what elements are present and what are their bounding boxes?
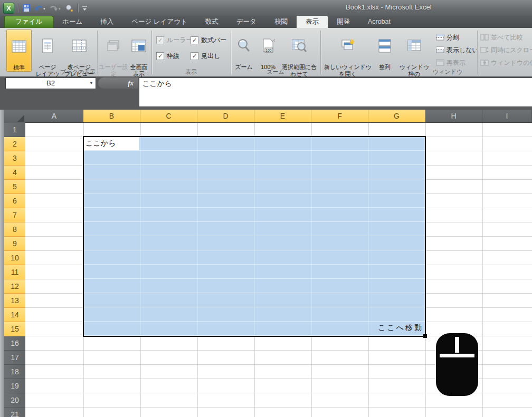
tab-formulas[interactable]: 数式: [196, 16, 227, 28]
zoom-100-button[interactable]: 100 100%: [256, 30, 280, 71]
tab-view[interactable]: 表示: [297, 16, 328, 28]
name-box-value: B2: [46, 79, 55, 87]
window-edge: [0, 110, 4, 417]
row-header-14[interactable]: 14: [4, 308, 25, 322]
row-header-11[interactable]: 11: [4, 265, 25, 279]
row-header-5[interactable]: 5: [4, 180, 25, 194]
name-box[interactable]: B2 ▼: [5, 77, 96, 89]
synchronous-scrolling-button[interactable]: 同時にスクロール: [480, 46, 532, 55]
gridline: [482, 123, 483, 417]
formula-bar-input[interactable]: ここから: [139, 77, 532, 107]
gridlines-checkbox[interactable]: ✓ 枠線: [156, 52, 179, 61]
select-all-button[interactable]: [4, 110, 26, 123]
column-header-i[interactable]: I: [482, 110, 532, 123]
hide-button[interactable]: 表示しない: [436, 46, 477, 55]
arrange-all-icon: [374, 38, 396, 55]
active-cell-b2[interactable]: ここから: [84, 137, 139, 150]
row-header-13[interactable]: 13: [4, 294, 25, 308]
row-header-18[interactable]: 18: [4, 365, 25, 379]
group-book-views: 標準 ページ レイアウト 改ページ プレビュー ユーザー設定 のビュー 全画面 …: [4, 28, 151, 76]
tab-acrobat[interactable]: Acrobat: [359, 16, 400, 28]
arrange-all-button[interactable]: 整列: [374, 30, 396, 71]
column-header-a[interactable]: A: [25, 110, 83, 123]
row-header-20[interactable]: 20: [4, 393, 25, 408]
gridlines-label: 枠線: [167, 52, 179, 61]
selection-range-b2-g15[interactable]: ここから ここへ移動: [83, 136, 426, 337]
row-header-6[interactable]: 6: [4, 194, 25, 208]
row-header-3[interactable]: 3: [4, 151, 25, 166]
formula-bar-checkbox[interactable]: ✓ 数式バー: [191, 36, 226, 45]
row-header-19[interactable]: 19: [4, 379, 25, 393]
split-button[interactable]: 分割: [436, 33, 477, 42]
checkbox-icon: ✓: [156, 36, 164, 44]
row-header-4[interactable]: 4: [4, 166, 25, 180]
formula-bar-label: 数式バー: [201, 36, 226, 45]
print-preview-icon[interactable]: [65, 4, 74, 12]
group-label-zoom: ズーム: [231, 68, 320, 76]
customize-qat-icon[interactable]: [82, 4, 88, 12]
gridline: [197, 137, 197, 336]
ruler-label: ルーラー: [167, 36, 193, 45]
tab-developer[interactable]: 開発: [328, 16, 359, 28]
row-header-10[interactable]: 10: [4, 251, 25, 265]
new-window-label: 新しいウィンドウ を開く: [324, 64, 372, 77]
cell-g15[interactable]: ここへ移動: [364, 321, 424, 335]
column-header-b[interactable]: B: [83, 110, 140, 123]
column-header-h[interactable]: H: [425, 110, 482, 123]
fill-handle[interactable]: [423, 334, 428, 338]
svg-text:100: 100: [266, 48, 272, 52]
tab-insert[interactable]: 挿入: [91, 16, 122, 28]
title-bar: X ▾ ▾ Book1.xlsx - Microsoft Excel: [0, 0, 532, 16]
row-header-12[interactable]: 12: [4, 279, 25, 294]
view-side-by-side-label: 並べて比較: [491, 33, 523, 42]
normal-view-button[interactable]: 標準: [6, 30, 32, 72]
column-header-g[interactable]: G: [368, 110, 425, 123]
svg-text:▾: ▾: [43, 7, 45, 11]
column-header-c[interactable]: C: [140, 110, 197, 123]
mouse-divider-icon: [440, 354, 474, 357]
reset-window-position-button[interactable]: ウィンドウの位置を: [480, 59, 532, 67]
zoom-button[interactable]: ズーム: [232, 30, 255, 71]
tab-file[interactable]: ファイル: [4, 16, 53, 28]
insert-function-button[interactable]: fx: [98, 77, 138, 89]
column-header-e[interactable]: E: [254, 110, 311, 123]
undo-icon[interactable]: ▾: [34, 4, 46, 12]
row-header-9[interactable]: 9: [4, 237, 25, 251]
excel-logo-icon[interactable]: X: [3, 3, 14, 14]
save-icon[interactable]: [22, 4, 31, 12]
row-header-21[interactable]: 21: [4, 408, 25, 417]
column-header-f[interactable]: F: [311, 110, 368, 123]
tab-review[interactable]: 校閲: [265, 16, 297, 28]
tab-home[interactable]: ホーム: [53, 16, 91, 28]
row-headers: 123456789101112131415161718192021: [4, 123, 25, 417]
gridline: [311, 137, 311, 336]
normal-view-icon: [7, 38, 31, 56]
headings-checkbox[interactable]: ✓ 見出し: [191, 52, 220, 61]
synchronous-scrolling-label: 同時にスクロール: [491, 46, 532, 55]
column-header-d[interactable]: D: [197, 110, 254, 123]
view-side-by-side-button[interactable]: 並べて比較: [480, 33, 532, 42]
tab-page-layout[interactable]: ページ レイアウト: [122, 16, 196, 28]
zoom-to-selection-icon: [280, 38, 319, 55]
unhide-button[interactable]: 再表示: [436, 59, 477, 67]
row-header-8[interactable]: 8: [4, 222, 25, 237]
ruler-checkbox[interactable]: ✓ ルーラー: [156, 36, 193, 45]
redo-icon[interactable]: ▾: [50, 4, 61, 12]
chevron-down-icon: ▼: [89, 78, 93, 89]
excel-window: X ▾ ▾ Book1.xlsx - Microsoft Excel ファイル: [0, 0, 532, 417]
tab-data[interactable]: データ: [227, 16, 265, 28]
gridline: [254, 137, 254, 336]
row-header-17[interactable]: 17: [4, 351, 25, 365]
row-header-1[interactable]: 1: [4, 123, 25, 137]
group-label-window: ウィンドウ: [416, 68, 479, 76]
mouse-shape[interactable]: [436, 333, 478, 396]
row-header-16[interactable]: 16: [4, 336, 25, 351]
row-header-7[interactable]: 7: [4, 208, 25, 222]
row-header-15[interactable]: 15: [4, 322, 25, 336]
select-all-icon: [17, 115, 24, 122]
zoom-icon: [232, 38, 255, 55]
row-header-2[interactable]: 2: [4, 137, 25, 151]
fx-icon: fx: [128, 79, 134, 87]
split-icon: [436, 34, 444, 42]
new-window-button[interactable]: 新しいウィンドウ を開く: [324, 30, 372, 77]
